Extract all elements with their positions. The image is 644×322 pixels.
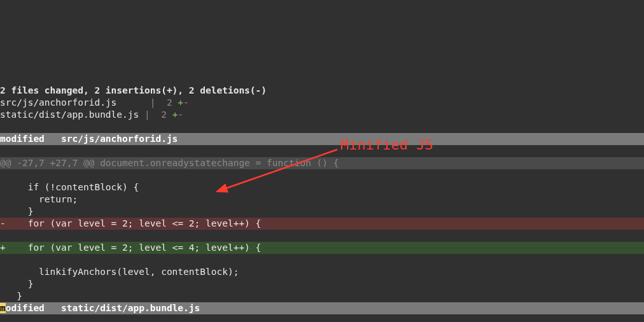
blank — [0, 73, 6, 83]
ctx: } — [0, 279, 33, 289]
summary-line: 2 files changed, 2 insertions(+), 2 dele… — [0, 85, 267, 95]
file-header-1: modified src/js/anchorforid.js — [0, 133, 644, 145]
blank — [0, 122, 6, 132]
ctx: } — [0, 206, 33, 216]
ctx: return; — [0, 194, 78, 204]
added-line: + for (var level = 2; level <= 4; level+… — [0, 242, 644, 254]
ctx: linkifyAnchors(level, contentBlock); — [0, 267, 239, 277]
stat-row-1: src/js/anchorforid.js | 2 +- — [0, 97, 189, 108]
stat-row-2: static/dist/app.bundle.js | 2 +- — [0, 109, 183, 120]
file-header-2: modified static/dist/app.bundle.js — [0, 302, 644, 314]
diff-view: 2 files changed, 2 insertions(+), 2 dele… — [0, 48, 644, 322]
deleted-line: - for (var level = 2; level <= 2; level+… — [0, 218, 644, 230]
hunk-1: @@ -27,7 +27,7 @@ document.onreadystatec… — [0, 157, 644, 169]
ctx: } — [0, 291, 22, 301]
cursor-highlight: m — [0, 303, 6, 313]
ctx: if (!contentBlock) { — [0, 182, 139, 192]
